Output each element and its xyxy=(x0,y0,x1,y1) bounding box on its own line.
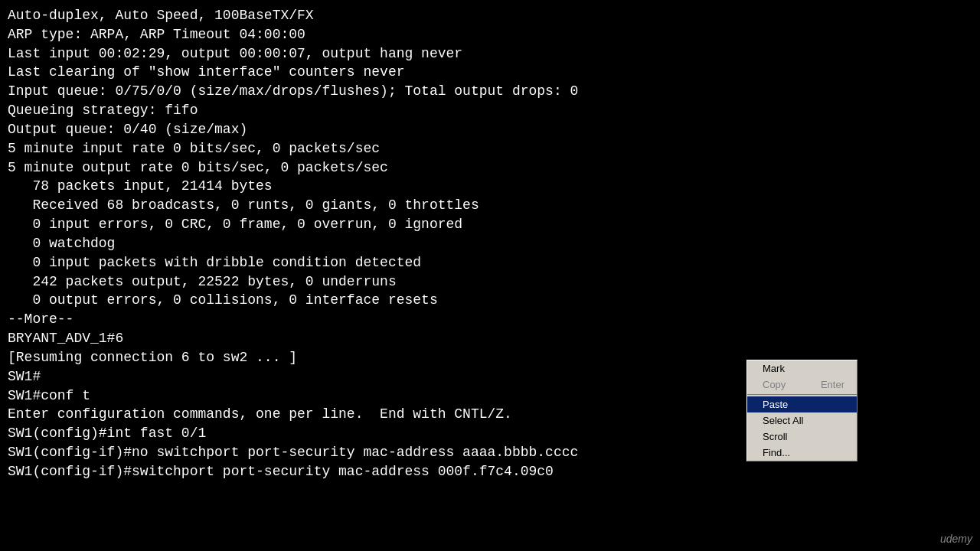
terminal-line: 0 output errors, 0 collisions, 0 interfa… xyxy=(8,291,972,310)
terminal-line: --More-- xyxy=(8,310,972,329)
menu-item-shortcut: Enter xyxy=(821,379,844,390)
context-menu-item-select-all[interactable]: Select All xyxy=(747,412,857,429)
context-menu-item-find[interactable]: Find... xyxy=(747,445,857,461)
terminal-line: 0 input errors, 0 CRC, 0 frame, 0 overru… xyxy=(8,215,972,234)
terminal-line: Output queue: 0/40 (size/max) xyxy=(8,120,972,139)
terminal-line: 0 input packets with dribble condition d… xyxy=(8,253,972,272)
context-menu-item-mark[interactable]: Mark xyxy=(747,360,857,377)
terminal-line: SW1(config-if)#switchport port-security … xyxy=(8,462,972,481)
menu-item-label: Copy xyxy=(763,379,786,390)
terminal-line: Queueing strategy: fifo xyxy=(8,101,972,120)
terminal-line: Last clearing of "show interface" counte… xyxy=(8,63,972,82)
terminal-line: Received 68 broadcasts, 0 runts, 0 giant… xyxy=(8,196,972,215)
context-menu-item-paste[interactable]: Paste xyxy=(747,396,857,412)
menu-item-label: Scroll xyxy=(763,431,788,442)
terminal-line: 242 packets output, 22522 bytes, 0 under… xyxy=(8,272,972,292)
menu-item-label: Mark xyxy=(763,363,785,374)
watermark: udemy xyxy=(940,533,972,545)
terminal-line: 5 minute input rate 0 bits/sec, 0 packet… xyxy=(8,139,972,158)
terminal-line: ARP type: ARPA, ARP Timeout 04:00:00 xyxy=(8,25,972,44)
menu-item-label: Select All xyxy=(763,415,803,426)
menu-item-label: Paste xyxy=(763,399,788,410)
menu-divider xyxy=(747,394,857,395)
terminal-line: 78 packets input, 21414 bytes xyxy=(8,177,972,196)
context-menu-item-scroll[interactable]: Scroll xyxy=(747,429,857,445)
terminal-line: 5 minute output rate 0 bits/sec, 0 packe… xyxy=(8,158,972,178)
context-menu[interactable]: MarkCopyEnterPasteSelect AllScrollFind..… xyxy=(746,360,858,461)
terminal-line: 0 watchdog xyxy=(8,234,972,253)
menu-item-label: Find... xyxy=(763,447,790,458)
terminal-line: BRYANT_ADV_1#6 xyxy=(8,329,972,348)
terminal-line: Last input 00:02:29, output 00:00:07, ou… xyxy=(8,44,972,64)
terminal-output: Auto-duplex, Auto Speed, 100BaseTX/FXARP… xyxy=(0,0,980,551)
context-menu-item-copy: CopyEnter xyxy=(747,377,857,393)
terminal-line: Auto-duplex, Auto Speed, 100BaseTX/FX xyxy=(8,6,972,25)
terminal-line: Input queue: 0/75/0/0 (size/max/drops/fl… xyxy=(8,82,972,101)
